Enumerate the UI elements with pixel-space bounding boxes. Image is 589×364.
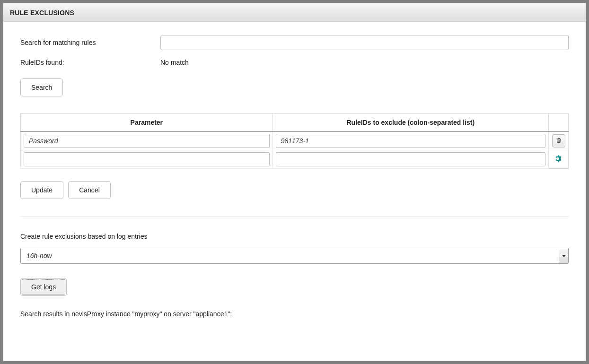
ruleids-found-label: RuleIDs found:: [20, 59, 160, 66]
delete-row-button[interactable]: [552, 134, 565, 147]
column-header-parameter: Parameter: [21, 114, 273, 132]
rule-exclusions-panel: RULE EXCLUSIONS Search for matching rule…: [3, 3, 586, 361]
search-results-text: Search results in nevisProxy instance "m…: [20, 310, 569, 318]
time-range-select[interactable]: 16h-now: [20, 248, 569, 264]
time-range-dropdown-button[interactable]: [559, 248, 568, 263]
column-header-actions: [549, 114, 569, 132]
column-header-ruleids: RuleIDs to exclude (colon-separated list…: [273, 114, 548, 132]
search-label: Search for matching rules: [20, 39, 160, 46]
parameter-input[interactable]: [24, 134, 270, 148]
search-button[interactable]: Search: [20, 78, 63, 96]
cancel-button[interactable]: Cancel: [68, 181, 111, 199]
get-logs-button[interactable]: Get logs: [20, 278, 67, 296]
trash-icon: [555, 137, 562, 145]
ruleids-input[interactable]: [276, 134, 545, 148]
table-row: [21, 150, 569, 169]
settings-row-button[interactable]: [554, 155, 563, 164]
time-range-value: 16h-now: [21, 248, 559, 263]
exclusions-table: Parameter RuleIDs to exclude (colon-sepa…: [20, 113, 569, 169]
parameter-input[interactable]: [24, 152, 270, 166]
table-row: [21, 131, 569, 150]
ruleids-input[interactable]: [276, 152, 545, 166]
chevron-down-icon: [562, 255, 566, 257]
create-exclusions-label: Create rule exclusions based on log entr…: [20, 233, 569, 240]
update-button[interactable]: Update: [20, 181, 63, 199]
gear-icon: [554, 155, 563, 164]
divider: [20, 216, 569, 217]
ruleids-found-value: No match: [160, 59, 569, 66]
panel-title: RULE EXCLUSIONS: [3, 3, 586, 22]
search-input[interactable]: [160, 35, 569, 50]
